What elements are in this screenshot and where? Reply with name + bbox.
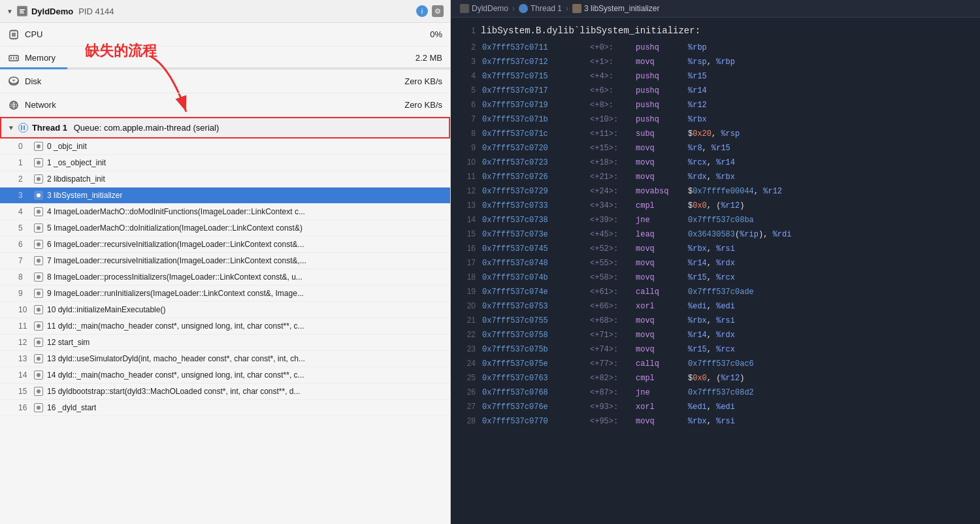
asm-instruction-row[interactable]: 40x7fff537c0715<+4>:pushq%r15 xyxy=(451,70,980,84)
asm-instruction-row[interactable]: 20x7fff537c0711<+0>:pushq%rbp xyxy=(451,41,980,56)
cpu-metric-row[interactable]: CPU 0% xyxy=(0,23,450,46)
asm-offset: <+18>: xyxy=(590,158,629,167)
cpu-value: 0% xyxy=(430,29,442,39)
asm-instruction-row[interactable]: 50x7fff537c0717<+6>:pushq%r14 xyxy=(451,84,980,99)
stack-frame-label: 0 _objc_init xyxy=(47,142,87,151)
asm-instruction-row[interactable]: 100x7fff537c0723<+18>:movq%rcx, %r14 xyxy=(451,156,980,171)
asm-line-number: 23 xyxy=(461,344,476,353)
stack-frame-0[interactable]: 00 _objc_init xyxy=(0,139,450,155)
asm-offset: <+93>: xyxy=(590,402,629,412)
asm-address: 0x7fff537c0711 xyxy=(482,43,583,52)
asm-instruction-row[interactable]: 140x7fff537c0738<+39>:jne0x7fff537c08ba xyxy=(451,214,980,228)
asm-instruction-row[interactable]: 80x7fff537c071c<+11>:subq$0x20, %rsp xyxy=(451,127,980,142)
asm-operands: %rbx, %rsi xyxy=(688,417,735,426)
asm-instruction-row[interactable]: 210x7fff537c0755<+68>:movq%rbx, %rsi xyxy=(451,314,980,329)
stack-frame-11[interactable]: 1111 dyld::_main(macho_header const*, un… xyxy=(0,318,450,335)
stack-frame-8[interactable]: 88 ImageLoader::processInitializers(Imag… xyxy=(0,269,450,286)
stack-frame-icon xyxy=(34,240,43,249)
stack-frame-icon xyxy=(34,223,43,233)
stack-frame-13[interactable]: 1313 dyld::useSimulatorDyld(int, macho_h… xyxy=(0,351,450,367)
stack-frame-icon xyxy=(34,354,43,363)
thread-pause-icon xyxy=(18,123,28,133)
asm-instruction-row[interactable]: 250x7fff537c0763<+82>:cmpl$0x0, (%r12) xyxy=(451,372,980,386)
asm-address: 0x7fff537c0748 xyxy=(482,259,583,268)
network-value: Zero KB/s xyxy=(404,100,442,110)
stack-frame-4[interactable]: 44 ImageLoaderMachO::doModInitFunctions(… xyxy=(0,204,450,220)
svg-point-41 xyxy=(37,406,41,410)
stack-frame-label: 8 ImageLoader::processInitializers(Image… xyxy=(47,272,302,282)
svg-point-35 xyxy=(37,308,41,312)
stack-frame-10[interactable]: 1010 dyld::initializeMainExecutable() xyxy=(0,302,450,318)
memory-metric-row[interactable]: Memory 2.2 MB xyxy=(0,46,450,70)
assembly-view[interactable]: 1libSystem.B.dylib`libSystem_initializer… xyxy=(451,18,980,524)
info-button[interactable]: i xyxy=(416,5,428,17)
asm-instruction-row[interactable]: 60x7fff537c0719<+8>:pushq%r12 xyxy=(451,99,980,113)
asm-mnemonic: movq xyxy=(636,158,681,167)
stack-frame-num: 15 xyxy=(18,387,30,396)
svg-point-30 xyxy=(37,226,41,230)
thread-chevron-icon[interactable]: ▼ xyxy=(8,124,14,131)
stack-frame-3[interactable]: 33 libSystem_initializer xyxy=(0,188,450,204)
asm-instruction-row[interactable]: 70x7fff537c071b<+10>:pushq%rbx xyxy=(451,113,980,127)
asm-line-number: 8 xyxy=(461,129,476,138)
process-chevron-icon[interactable]: ▼ xyxy=(7,8,13,15)
asm-address: 0x7fff537c075e xyxy=(482,359,583,368)
asm-address: 0x7fff537c0738 xyxy=(482,216,583,225)
asm-line-number: 28 xyxy=(461,416,476,425)
stack-frame-15[interactable]: 1515 dyldbootstrap::start(dyld3::MachOLo… xyxy=(0,384,450,400)
stack-frame-num: 0 xyxy=(18,142,30,151)
asm-instruction-row[interactable]: 90x7fff537c0720<+15>:movq%r8, %r15 xyxy=(451,142,980,156)
asm-operands: %r15, %rcx xyxy=(688,345,735,354)
asm-mnemonic: callq xyxy=(636,359,681,368)
asm-instruction-row[interactable]: 130x7fff537c0733<+34>:cmpl$0x0, (%r12) xyxy=(451,199,980,214)
stack-frame-16[interactable]: 1616 _dyld_start xyxy=(0,400,450,416)
stack-frame-7[interactable]: 77 ImageLoader::recursiveInitialization(… xyxy=(0,253,450,269)
stack-frame-6[interactable]: 66 ImageLoader::recursiveInitialization(… xyxy=(0,237,450,253)
stack-frame-label: 5 ImageLoaderMachO::doInitialization(Ima… xyxy=(47,223,302,233)
thread-name: Thread 1 xyxy=(32,123,67,133)
asm-instruction-row[interactable]: 170x7fff537c0748<+55>:movq%r14, %rdx xyxy=(451,257,980,271)
asm-instruction-row[interactable]: 110x7fff537c0726<+21>:movq%rdx, %rbx xyxy=(451,171,980,185)
stack-frame-num: 2 xyxy=(18,174,30,184)
asm-instruction-row[interactable]: 230x7fff537c075b<+74>:movq%r15, %rcx xyxy=(451,343,980,357)
asm-instruction-row[interactable]: 180x7fff537c074b<+58>:movq%r15, %rcx xyxy=(451,271,980,286)
asm-offset: <+21>: xyxy=(590,172,629,182)
stack-frame-14[interactable]: 1414 dyld::_main(macho_header const*, un… xyxy=(0,367,450,384)
stack-frame-5[interactable]: 55 ImageLoaderMachO::doInitialization(Im… xyxy=(0,220,450,237)
asm-offset: <+8>: xyxy=(590,101,629,110)
stack-frame-icon xyxy=(34,370,43,380)
asm-line-number: 13 xyxy=(461,201,476,210)
stack-frame-1[interactable]: 11 _os_object_init xyxy=(0,155,450,171)
asm-instruction-row[interactable]: 30x7fff537c0712<+1>:movq%rsp, %rbp xyxy=(451,56,980,70)
network-metric-row[interactable]: Network Zero KB/s xyxy=(0,93,450,117)
stack-frame-9[interactable]: 99 ImageLoader::runInitializers(ImageLoa… xyxy=(0,286,450,302)
asm-instruction-row[interactable]: 150x7fff537c073e<+45>:leaq0x36430583(%ri… xyxy=(451,228,980,242)
asm-instruction-row[interactable]: 280x7fff537c0770<+95>:movq%rbx, %rsi xyxy=(451,415,980,429)
asm-line-number: 10 xyxy=(461,157,476,167)
asm-instruction-row[interactable]: 160x7fff537c0745<+52>:movq%rbx, %rsi xyxy=(451,242,980,257)
stack-frame-2[interactable]: 22 libdispatch_init xyxy=(0,171,450,188)
asm-instruction-row[interactable]: 270x7fff537c076e<+93>:xorl%edi, %edi xyxy=(451,401,980,415)
svg-point-39 xyxy=(37,373,41,377)
asm-instruction-row[interactable]: 120x7fff537c0729<+24>:movabsq$0x7ffffe00… xyxy=(451,185,980,199)
thread-header[interactable]: ▼ Thread 1 Queue: com.apple.main-thread … xyxy=(0,117,450,139)
stack-frame-label: 3 libSystem_initializer xyxy=(47,191,122,200)
asm-instruction-row[interactable]: 190x7fff537c074e<+61>:callq0x7fff537c0ad… xyxy=(451,286,980,300)
asm-offset: <+11>: xyxy=(590,129,629,139)
asm-instruction-row[interactable]: 260x7fff537c0768<+87>:jne0x7fff537c08d2 xyxy=(451,386,980,401)
asm-operands: $0x0, (%r12) xyxy=(688,201,744,210)
disk-label: Disk xyxy=(25,76,404,86)
stack-frame-12[interactable]: 1212 start_sim xyxy=(0,335,450,351)
asm-instruction-row[interactable]: 200x7fff537c0753<+66>:xorl%edi, %edi xyxy=(451,300,980,314)
asm-mnemonic: leaq xyxy=(636,230,681,239)
asm-line-number: 25 xyxy=(461,373,476,382)
disk-metric-row[interactable]: Disk Zero KB/s xyxy=(0,70,450,93)
asm-instruction-row[interactable]: 220x7fff537c0758<+71>:movq%r14, %rdx xyxy=(451,329,980,343)
asm-instruction-row[interactable]: 240x7fff537c075e<+77>:callq0x7fff537c0ac… xyxy=(451,357,980,372)
stack-frame-label: 13 dyld::useSimulatorDyld(int, macho_hea… xyxy=(47,354,305,363)
asm-operands: %r14 xyxy=(688,86,707,95)
settings-button[interactable]: ⚙ xyxy=(432,5,444,17)
asm-mnemonic: cmpl xyxy=(636,374,681,383)
stack-frame-icon xyxy=(34,403,43,412)
asm-line-number: 18 xyxy=(461,272,476,282)
